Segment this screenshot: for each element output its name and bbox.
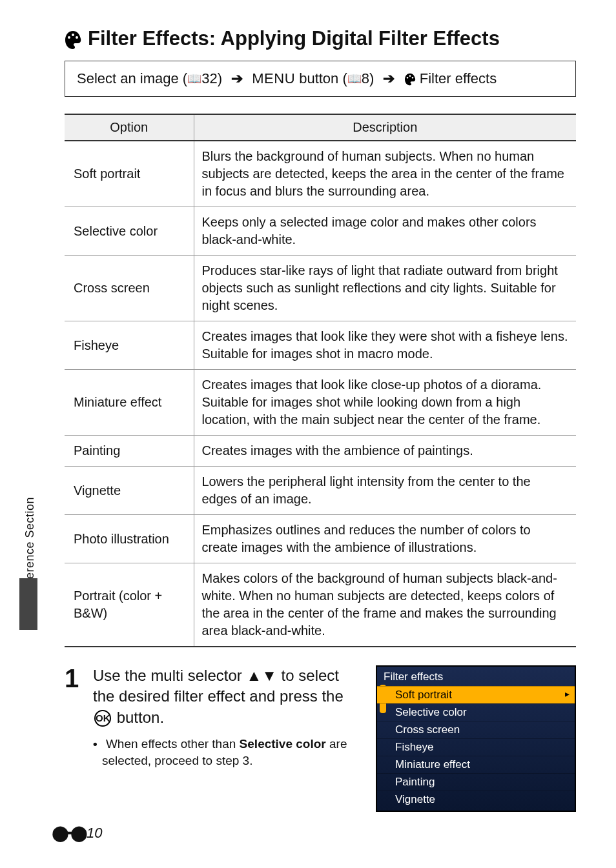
step-instruction: Use the multi selector ▲▼ to select the … <box>93 665 364 728</box>
option-description: Creates images that look like they were … <box>194 321 576 370</box>
book-icon: 📖 <box>187 72 201 85</box>
side-tab-marker <box>19 578 37 630</box>
page-number: 10 <box>87 825 102 842</box>
option-name: Selective color <box>65 207 194 256</box>
option-name: Photo illustration <box>65 515 194 563</box>
option-description: Produces star-like rays of light that ra… <box>194 256 576 321</box>
page-footer: ⬤━⬤ 10 <box>52 824 102 842</box>
option-name: Portrait (color + B&W) <box>65 563 194 647</box>
palette-icon <box>65 27 81 50</box>
col-header-option: Option <box>65 114 194 141</box>
menu-title: Filter effects <box>377 667 575 686</box>
option-description: Blurs the background of human subjects. … <box>194 141 576 207</box>
option-name: Soft portrait <box>65 141 194 207</box>
table-row: PaintingCreates images with the ambience… <box>65 436 576 467</box>
arrow-icon: ➔ <box>383 70 395 86</box>
menu-item: Soft portrait <box>377 686 575 703</box>
option-description: Emphasizes outlines and reduces the numb… <box>194 515 576 563</box>
table-row: Photo illustrationEmphasizes outlines an… <box>65 515 576 563</box>
step-number: 1 <box>65 665 93 812</box>
breadcrumb-bar: Select an image (📖32) ➔ MENU button (📖8)… <box>65 61 576 97</box>
option-description: Creates images with the ambience of pain… <box>194 436 576 467</box>
table-row: FisheyeCreates images that look like the… <box>65 321 576 370</box>
bullet-bold: Selective color <box>240 737 326 751</box>
table-row: Portrait (color + B&W)Makes colors of th… <box>65 563 576 647</box>
step-bullet: When effects other than Selective color … <box>102 736 364 769</box>
breadcrumb-text: Select an image ( <box>77 70 187 86</box>
menu-item: Selective color <box>377 703 575 721</box>
bullet-text: When effects other than <box>106 737 240 751</box>
option-name: Painting <box>65 436 194 467</box>
option-name: Miniature effect <box>65 370 194 436</box>
breadcrumb-ref: 8 <box>362 70 369 86</box>
menu-item: Vignette <box>377 791 575 808</box>
table-row: Selective colorKeeps only a selected ima… <box>65 207 576 256</box>
step-text: Use the multi selector <box>93 667 246 684</box>
ok-button-icon: OK <box>94 710 111 727</box>
option-name: Fisheye <box>65 321 194 370</box>
table-row: Soft portraitBlurs the background of hum… <box>65 141 576 207</box>
table-row: Cross screenProduces star-like rays of l… <box>65 256 576 321</box>
camera-menu-screenshot: Filter effects Soft portraitSelective co… <box>376 665 576 812</box>
breadcrumb-text: Filter effects <box>420 70 497 86</box>
table-row: VignetteLowers the peripheral light inte… <box>65 467 576 515</box>
option-name: Vignette <box>65 467 194 515</box>
menu-item: Painting <box>377 773 575 791</box>
options-table: Option Description Soft portraitBlurs th… <box>65 114 576 647</box>
breadcrumb-text: button ( <box>295 70 347 86</box>
option-name: Cross screen <box>65 256 194 321</box>
option-description: Lowers the peripheral light intensity fr… <box>194 467 576 515</box>
option-description: Creates images that look like close-up p… <box>194 370 576 436</box>
menu-item: Fisheye <box>377 738 575 756</box>
up-down-icon: ▲▼ <box>246 667 277 684</box>
reference-section-icon: ⬤━⬤ <box>52 824 84 842</box>
step-text: button. <box>112 709 164 726</box>
breadcrumb-ref: 32 <box>201 70 217 86</box>
arrow-icon: ➔ <box>231 70 243 86</box>
menu-glyph: MENU <box>252 70 295 86</box>
book-icon: 📖 <box>347 72 362 85</box>
table-row: Miniature effectCreates images that look… <box>65 370 576 436</box>
option-description: Makes colors of the background of human … <box>194 563 576 647</box>
page-title: Filter Effects: Applying Digital Filter … <box>65 27 576 50</box>
col-header-description: Description <box>194 114 576 141</box>
palette-icon <box>404 70 416 86</box>
title-text: Filter Effects: Applying Digital Filter … <box>88 27 500 50</box>
option-description: Keeps only a selected image color and ma… <box>194 207 576 256</box>
menu-item: Cross screen <box>377 721 575 738</box>
menu-item: Miniature effect <box>377 756 575 773</box>
